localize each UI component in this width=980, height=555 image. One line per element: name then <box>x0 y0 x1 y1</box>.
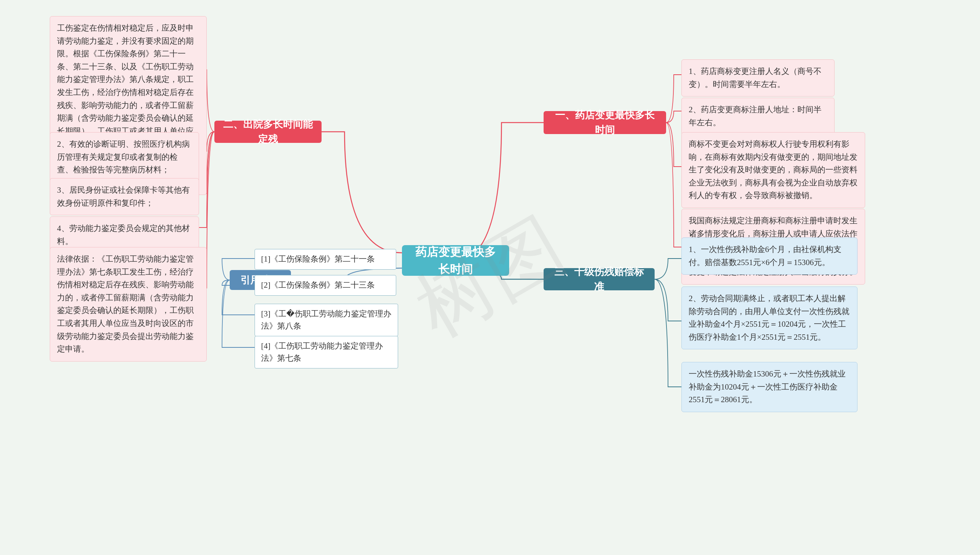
leaf-b1-1: 1、药店商标变更注册人名义（商号不变）。时间需要半年左右。 <box>681 59 835 97</box>
leaf-b3-2: 2、劳动合同期满终止，或者职工本人提出解除劳动合同的，由用人单位支付一次性伤残就… <box>681 287 858 349</box>
leaf-b2-3: 3、居民身份证或社会保障卡等其他有效身份证明原件和复印件； <box>50 178 199 215</box>
branch-node-2[interactable]: 二、出院多长时间能定残 <box>214 121 322 143</box>
leaf-b2-2: 2、有效的诊断证明、按照医疗机构病历管理有关规定复印或者复制的检查、检验报告等完… <box>50 132 199 182</box>
leaf-b1-2: 2、药店变更商标注册人地址：时间半年左右。 <box>681 98 835 135</box>
leaf-b3-3: 一次性伤残补助金15306元＋一次性伤残就业补助金为10204元＋一次性工伤医疗… <box>681 362 858 412</box>
citation-1: [1]《工伤保险条例》第二十一条 <box>255 249 396 270</box>
citation-3: [3]《工�伤职工劳动能力鉴定管理办法》第八条 <box>255 304 398 336</box>
leaf-b2-law: 法律依据：《工伤职工劳动能力鉴定管理办法》第七条职工发生工伤，经治疗伤情相对稳定… <box>50 247 207 362</box>
branch-node-1[interactable]: 一、药店变更最快多长时间 <box>544 111 666 134</box>
citation-2: [2]《工伤保险条例》第二十三条 <box>255 275 396 296</box>
center-node[interactable]: 药店变更最快多长时间 <box>402 245 509 276</box>
citation-4: [4]《工伤职工劳动能力鉴定管理办法》第七条 <box>255 336 398 368</box>
branch-node-3[interactable]: 三、十级伤残赔偿标准 <box>544 268 655 290</box>
leaf-b1-3: 商标不变更会对对商标权人行驶专用权利有影响，在商标有效期内没有做变更的，期间地址… <box>681 132 865 208</box>
leaf-b3-1: 1、一次性伤残补助金6个月，由社保机构支付。赔偿基数2551元×6个月＝1530… <box>681 237 858 275</box>
